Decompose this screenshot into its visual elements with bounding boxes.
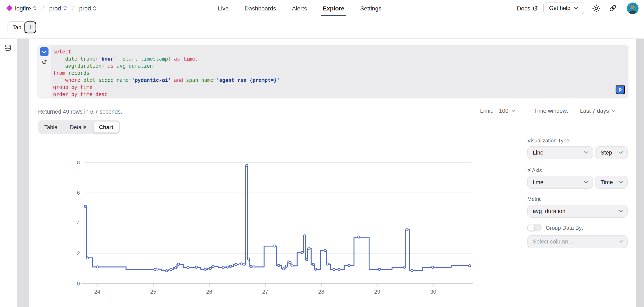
tab-table[interactable]: Table	[38, 121, 63, 133]
logfire-explore-page: logfire / prod / prod Live Dashboards Al…	[0, 0, 644, 307]
visualization-type-label: Visualization Type	[527, 138, 628, 144]
copy-link-button[interactable]	[608, 4, 617, 12]
x-axis-type-select[interactable]: Time	[595, 176, 628, 189]
svg-text:27: 27	[262, 289, 268, 295]
svg-text:28: 28	[318, 289, 324, 295]
limit-select[interactable]: Limit: 100	[480, 108, 516, 114]
nav-item-dashboards[interactable]: Dashboards	[244, 0, 276, 16]
left-scrollbar-track[interactable]	[17, 39, 29, 307]
breadcrumb-environment[interactable]: prod	[79, 5, 97, 11]
top-header: logfire / prod / prod Live Dashboards Al…	[0, 0, 644, 16]
chevron-down-icon	[618, 181, 623, 184]
chevron-down-icon	[574, 7, 578, 9]
visualization-type-value: Line	[533, 150, 544, 156]
docs-link[interactable]: Docs	[517, 5, 538, 11]
theme-toggle-button[interactable]	[592, 4, 600, 12]
code-format-button[interactable]: <>	[40, 47, 48, 56]
add-tab-button[interactable]: +	[24, 21, 36, 33]
query-tab[interactable]: Tab	[8, 21, 26, 33]
header-actions: Docs Get help	[517, 0, 638, 16]
breadcrumb-environment-label: prod	[79, 5, 91, 11]
tab-chart[interactable]: Chart	[93, 121, 119, 133]
select-updown-icon	[33, 5, 37, 11]
breadcrumb-org[interactable]: logfire	[15, 5, 37, 11]
metric-value: avg_duration	[533, 208, 566, 214]
code-icon: <>	[42, 49, 47, 54]
breadcrumb-separator: /	[72, 5, 74, 11]
svg-text:8: 8	[77, 159, 80, 166]
get-help-label: Get help	[549, 5, 570, 11]
select-updown-icon	[63, 5, 67, 11]
group-column-select[interactable]: Select column...	[527, 235, 628, 248]
history-icon: ↺	[42, 58, 47, 66]
schema-sidebar-button[interactable]	[4, 44, 11, 51]
svg-text:26: 26	[206, 289, 212, 295]
group-column-placeholder: Select column...	[533, 239, 573, 245]
chevron-down-icon	[618, 210, 623, 213]
chart-settings-panel: Visualization Type Line Step X Axis time…	[527, 138, 628, 248]
time-window-value: Last 7 days	[580, 108, 609, 114]
result-view-tabs: Table Details Chart	[38, 120, 120, 134]
nav-item-explore[interactable]: Explore	[323, 0, 344, 16]
chevron-down-icon	[584, 151, 588, 154]
nav-item-alerts[interactable]: Alerts	[292, 0, 307, 16]
svg-text:30: 30	[430, 289, 436, 295]
avatar-image	[627, 2, 638, 14]
breadcrumb-project-label: prod	[49, 5, 61, 11]
chevron-down-icon	[511, 109, 516, 112]
svg-text:24: 24	[94, 289, 100, 295]
link-icon	[609, 4, 616, 12]
result-chart[interactable]: 2425262728293002468	[38, 150, 485, 297]
limit-value: 100	[499, 108, 508, 114]
svg-text:2: 2	[77, 250, 80, 257]
step-line-chart: 2425262728293002468	[38, 150, 485, 297]
line-style-select[interactable]: Step	[595, 146, 628, 159]
external-link-icon	[532, 5, 538, 11]
chevron-down-icon	[612, 109, 616, 112]
sun-icon	[592, 4, 600, 12]
database-icon	[4, 44, 11, 51]
tab-details[interactable]: Details	[64, 121, 92, 133]
x-axis-column-select[interactable]: time	[527, 176, 593, 189]
x-axis-type-value: Time	[600, 179, 613, 185]
breadcrumb-org-label: logfire	[15, 5, 31, 11]
svg-text:6: 6	[77, 190, 80, 196]
svg-text:4: 4	[77, 220, 80, 226]
svg-text:0: 0	[77, 281, 80, 287]
svg-text:25: 25	[150, 289, 156, 295]
user-avatar[interactable]	[627, 2, 638, 14]
nav-item-settings[interactable]: Settings	[360, 0, 382, 16]
tabbar-divider	[0, 38, 644, 39]
breadcrumb-project[interactable]: prod	[49, 5, 67, 11]
get-help-button[interactable]: Get help	[543, 2, 584, 14]
chevron-down-icon	[584, 181, 588, 184]
x-axis-label: X Axis	[527, 168, 628, 173]
right-scrollbar-track[interactable]	[636, 39, 644, 307]
sql-editor[interactable]: <> ↺ select date_trunc('hour', start_tim…	[38, 45, 628, 97]
chevron-down-icon	[618, 151, 623, 154]
query-tab-label: Tab	[12, 24, 21, 30]
chevron-down-icon	[618, 240, 623, 243]
main-nav: Live Dashboards Alerts Explore Settings	[218, 0, 382, 16]
metric-select[interactable]: avg_duration	[527, 205, 628, 218]
play-icon	[616, 85, 624, 94]
breadcrumb-separator: /	[42, 5, 44, 11]
group-data-by-label: Group Data By:	[546, 225, 583, 231]
metric-label: Metric	[527, 196, 628, 202]
svg-text:29: 29	[374, 289, 380, 295]
select-updown-icon	[93, 5, 97, 11]
query-history-button[interactable]: ↺	[40, 58, 48, 66]
group-data-by-row: Group Data By:	[527, 224, 628, 231]
nav-item-live[interactable]: Live	[218, 0, 228, 16]
limit-label: Limit:	[480, 108, 494, 114]
run-query-button[interactable]	[616, 85, 625, 94]
visualization-type-select[interactable]: Line	[527, 146, 593, 159]
logfire-logo-icon	[6, 5, 12, 11]
time-window-select[interactable]: Time window: Last 7 days	[534, 108, 616, 114]
sql-query-text[interactable]: select date_trunc('hour', start_timestam…	[53, 48, 280, 98]
line-style-value: Step	[600, 150, 612, 156]
time-window-label: Time window:	[534, 108, 568, 114]
group-data-by-toggle[interactable]	[527, 224, 542, 231]
plus-icon: +	[28, 23, 32, 32]
breadcrumb: logfire / prod / prod	[7, 0, 97, 16]
